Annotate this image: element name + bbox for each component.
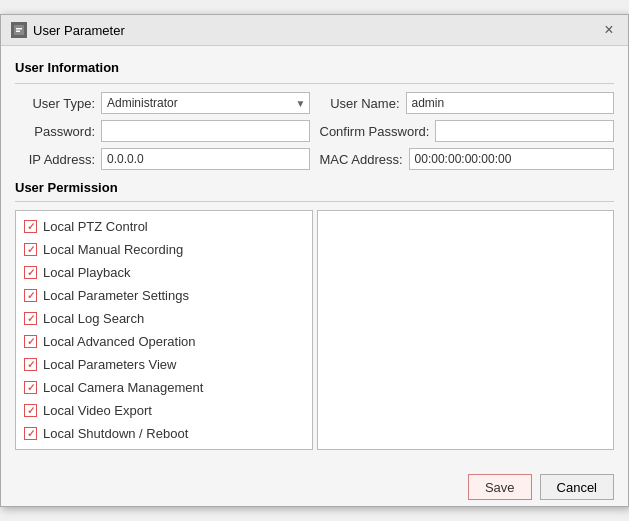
permission-label: Local Shutdown / Reboot <box>43 426 188 441</box>
permission-checkbox[interactable] <box>24 404 37 417</box>
password-input[interactable] <box>101 120 310 142</box>
permission-checkbox[interactable] <box>24 266 37 279</box>
permission-item[interactable]: Local Advanced Operation <box>16 330 312 353</box>
confirm-password-row: Confirm Password: <box>320 120 615 142</box>
permission-label: Local PTZ Control <box>43 219 148 234</box>
rights-panel <box>317 210 615 450</box>
username-input[interactable] <box>406 92 615 114</box>
mac-address-row: MAC Address: <box>320 148 615 170</box>
username-row: User Name: <box>320 92 615 114</box>
permissions-area: Local PTZ ControlLocal Manual RecordingL… <box>15 210 614 450</box>
title-bar: User Parameter × <box>1 15 628 46</box>
permission-label: Local Video Export <box>43 403 152 418</box>
permission-checkbox[interactable] <box>24 335 37 348</box>
user-parameter-dialog: User Parameter × User Information User T… <box>0 14 629 507</box>
user-info-form: User Type: Administrator Operator Viewer… <box>15 92 614 170</box>
permission-item[interactable]: Local Camera Management <box>16 376 312 399</box>
dialog-title: User Parameter <box>33 23 125 38</box>
permission-checkbox[interactable] <box>24 312 37 325</box>
user-type-label: User Type: <box>15 96 95 111</box>
user-type-row: User Type: Administrator Operator Viewer… <box>15 92 310 114</box>
user-info-title: User Information <box>15 60 614 75</box>
divider-user-permission <box>15 201 614 202</box>
ip-address-label: IP Address: <box>15 152 95 167</box>
svg-rect-0 <box>14 25 24 35</box>
divider-user-info <box>15 83 614 84</box>
permission-item[interactable]: Local Parameters View <box>16 353 312 376</box>
cancel-button[interactable]: Cancel <box>540 474 614 500</box>
permission-item[interactable]: Local PTZ Control <box>16 215 312 238</box>
ip-address-row: IP Address: <box>15 148 310 170</box>
svg-rect-1 <box>16 28 22 30</box>
permission-label: Local Playback <box>43 265 130 280</box>
close-button[interactable]: × <box>600 21 618 39</box>
ip-address-input[interactable] <box>101 148 310 170</box>
save-button[interactable]: Save <box>468 474 532 500</box>
permission-checkbox[interactable] <box>24 381 37 394</box>
permission-label: Local Advanced Operation <box>43 334 196 349</box>
title-bar-left: User Parameter <box>11 22 125 38</box>
permission-item[interactable]: Local Manual Recording <box>16 238 312 261</box>
dialog-icon <box>11 22 27 38</box>
password-label: Password: <box>15 124 95 139</box>
permission-checkbox[interactable] <box>24 427 37 440</box>
permission-checkbox[interactable] <box>24 243 37 256</box>
permission-item[interactable]: Local Parameter Settings <box>16 284 312 307</box>
permission-checkbox[interactable] <box>24 220 37 233</box>
dialog-footer: Save Cancel <box>1 464 628 506</box>
permission-checkbox[interactable] <box>24 289 37 302</box>
user-type-select-wrapper: Administrator Operator Viewer ▼ <box>101 92 310 114</box>
user-permission-title: User Permission <box>15 180 614 195</box>
mac-address-input[interactable] <box>409 148 614 170</box>
permission-item[interactable]: Local Video Export <box>16 399 312 422</box>
confirm-password-input[interactable] <box>435 120 614 142</box>
permission-checkbox[interactable] <box>24 358 37 371</box>
permission-label: Local Manual Recording <box>43 242 183 257</box>
permission-label: Local Log Search <box>43 311 144 326</box>
mac-address-label: MAC Address: <box>320 152 403 167</box>
username-label: User Name: <box>320 96 400 111</box>
permission-item[interactable]: Local Log Search <box>16 307 312 330</box>
confirm-password-label: Confirm Password: <box>320 124 430 139</box>
permission-label: Local Parameters View <box>43 357 176 372</box>
dialog-content: User Information User Type: Administrato… <box>1 46 628 464</box>
permissions-list: Local PTZ ControlLocal Manual RecordingL… <box>15 210 313 450</box>
password-row: Password: <box>15 120 310 142</box>
user-type-select[interactable]: Administrator Operator Viewer <box>101 92 310 114</box>
permission-label: Local Camera Management <box>43 380 203 395</box>
permission-label: Local Parameter Settings <box>43 288 189 303</box>
permission-item[interactable]: Local Playback <box>16 261 312 284</box>
svg-rect-2 <box>16 31 20 33</box>
permission-item[interactable]: Local Shutdown / Reboot <box>16 422 312 445</box>
